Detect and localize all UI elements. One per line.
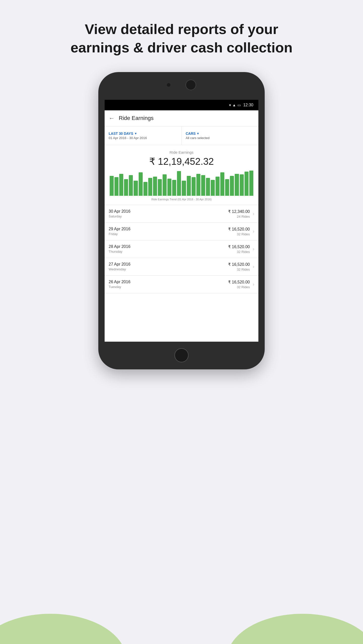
chart-bar: [139, 172, 143, 196]
front-camera: [167, 83, 170, 87]
row-date: 26 Apr 2016: [109, 280, 130, 284]
background-scenery: [0, 594, 363, 644]
chart-bar: [163, 174, 167, 196]
chart-bar: [129, 175, 133, 196]
chart-bar: [177, 171, 181, 196]
chart-bar: [134, 181, 138, 196]
chart-bar: [187, 176, 191, 196]
row-rides: 32 Rides: [228, 285, 250, 289]
chart-bar: [158, 179, 162, 196]
back-button[interactable]: ←: [109, 115, 115, 122]
signal-icon: ▲: [232, 103, 236, 107]
cars-filter[interactable]: CARS ▾ All cars selected: [182, 126, 259, 145]
row-day: Tuesday: [109, 285, 130, 289]
chart-bar: [245, 172, 249, 196]
svg-point-0: [0, 614, 126, 644]
cars-filter-sub: All cars selected: [186, 136, 255, 140]
chart-bar: [206, 178, 210, 196]
row-day: Wednesday: [109, 267, 130, 271]
period-dropdown-arrow: ▾: [135, 132, 136, 135]
row-amount: ₹ 16,520.00: [228, 280, 250, 284]
earnings-label: RIde Earnings: [109, 150, 254, 154]
phone-screen: ▾ ▲ ▭ 12:30 ← Ride Earnings LAST 30 DAYS…: [105, 100, 258, 342]
chart-bar: [216, 177, 220, 196]
chart-bar: [196, 174, 200, 196]
status-time: 12:30: [243, 103, 253, 107]
chart-bar: [172, 180, 176, 196]
earnings-amount: ₹ 12,19,452.32: [109, 156, 254, 167]
earnings-row[interactable]: 30 Apr 2016 Saturday ₹ 12,340.00 24 Ride…: [105, 205, 258, 223]
period-filter-label: LAST 30 DAYS ▾: [109, 132, 177, 136]
row-left: 30 Apr 2016 Saturday: [109, 209, 130, 218]
row-date: 28 Apr 2016: [109, 244, 130, 249]
period-filter-sub: 01 Apr 2016 - 30 Apr 2016: [109, 136, 177, 140]
earnings-row[interactable]: 29 Apr 2016 Friday ₹ 16,520.00 32 Rides …: [105, 223, 258, 240]
home-button[interactable]: [174, 348, 189, 362]
chart-bar: [235, 174, 239, 196]
cars-dropdown-arrow: ▾: [197, 132, 199, 135]
row-amount: ₹ 12,340.00: [228, 209, 250, 214]
row-left: 27 Apr 2016 Wednesday: [109, 262, 130, 271]
chart-bar: [143, 182, 147, 196]
earnings-row[interactable]: 28 Apr 2016 Thursday ₹ 16,520.00 32 Ride…: [105, 240, 258, 258]
row-right: ₹ 16,520.00 32 Rides ›: [228, 262, 254, 271]
row-amount: ₹ 16,520.00: [228, 227, 250, 232]
row-day: Thursday: [109, 250, 130, 253]
status-bar: ▾ ▲ ▭ 12:30: [105, 100, 258, 110]
row-amount-col: ₹ 16,520.00 32 Rides: [228, 262, 250, 271]
chart-bar: [211, 180, 215, 196]
chart-bar: [201, 175, 205, 196]
battery-icon: ▭: [237, 103, 241, 107]
chart-bar: [114, 177, 118, 196]
chart-bar: [240, 174, 244, 196]
row-rides: 32 Rides: [228, 232, 250, 236]
row-rides: 24 Rides: [228, 215, 250, 218]
row-chevron-icon: ›: [253, 211, 254, 216]
chart-bar: [192, 177, 196, 196]
row-chevron-icon: ›: [253, 246, 254, 252]
row-day: Friday: [109, 232, 130, 236]
chart-bar: [110, 176, 114, 196]
row-chevron-icon: ›: [253, 229, 254, 234]
phone-top-bar: [98, 80, 265, 90]
page-heading: View detailed reports of your earnings &…: [71, 20, 293, 57]
row-left: 29 Apr 2016 Friday: [109, 227, 130, 236]
chart-bar: [249, 171, 253, 196]
period-filter[interactable]: LAST 30 DAYS ▾ 01 Apr 2016 - 30 Apr 2016: [105, 126, 182, 145]
row-right: ₹ 16,520.00 32 Rides ›: [228, 244, 254, 254]
row-right: ₹ 12,340.00 24 Rides ›: [228, 209, 254, 218]
row-amount-col: ₹ 16,520.00 32 Rides: [228, 227, 250, 236]
cars-filter-label: CARS ▾: [186, 132, 255, 136]
row-right: ₹ 16,520.00 32 Rides ›: [228, 280, 254, 289]
app-bar: ← Ride Earnings: [105, 110, 258, 126]
chart-bar: [119, 174, 123, 196]
chart-bar: [153, 177, 157, 196]
filter-row: LAST 30 DAYS ▾ 01 Apr 2016 - 30 Apr 2016…: [105, 126, 258, 145]
chart-bar: [230, 176, 234, 196]
earnings-list: 30 Apr 2016 Saturday ₹ 12,340.00 24 Ride…: [105, 205, 258, 293]
chart-bar: [148, 178, 152, 196]
chart-bar: [225, 179, 229, 196]
row-chevron-icon: ›: [253, 264, 254, 269]
bar-chart: [109, 171, 254, 196]
earnings-row[interactable]: 26 Apr 2016 Tuesday ₹ 16,520.00 32 Rides…: [105, 276, 258, 293]
row-date: 27 Apr 2016: [109, 262, 130, 267]
row-amount-col: ₹ 16,520.00 32 Rides: [228, 244, 250, 254]
row-amount-col: ₹ 12,340.00 24 Rides: [228, 209, 250, 218]
app-bar-title: Ride Earnings: [119, 115, 154, 121]
chart-bar: [182, 181, 186, 196]
earnings-row[interactable]: 27 Apr 2016 Wednesday ₹ 16,520.00 32 Rid…: [105, 258, 258, 276]
row-date: 30 Apr 2016: [109, 209, 130, 214]
wifi-icon: ▾: [229, 103, 231, 107]
chart-bar: [220, 172, 224, 196]
earnings-summary: RIde Earnings ₹ 12,19,452.32 Ride Earnin…: [105, 145, 258, 205]
row-left: 26 Apr 2016 Tuesday: [109, 280, 130, 289]
row-chevron-icon: ›: [253, 282, 254, 287]
row-right: ₹ 16,520.00 32 Rides ›: [228, 227, 254, 236]
row-rides: 32 Rides: [228, 268, 250, 271]
row-amount-col: ₹ 16,520.00 32 Rides: [228, 280, 250, 289]
row-date: 29 Apr 2016: [109, 227, 130, 231]
home-sensor: [186, 80, 196, 90]
row-left: 28 Apr 2016 Thursday: [109, 244, 130, 253]
row-amount: ₹ 16,520.00: [228, 262, 250, 267]
